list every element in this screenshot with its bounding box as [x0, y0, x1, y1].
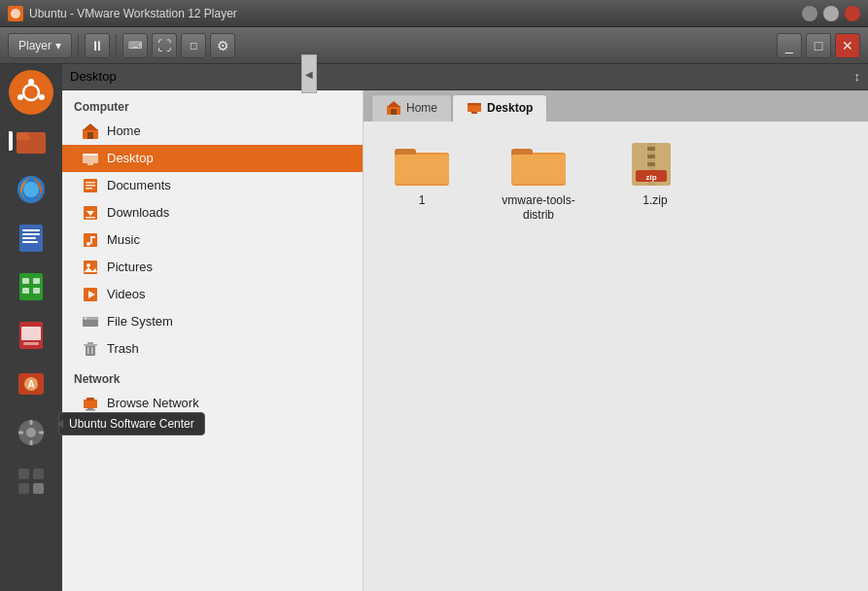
file-item-folder-1[interactable]: 1 [383, 141, 461, 209]
sidebar-item-music[interactable]: Music [62, 226, 363, 254]
player-menu-button[interactable]: Player ▾ [8, 33, 72, 58]
svg-point-10 [23, 182, 39, 197]
svg-rect-73 [391, 109, 397, 115]
content-wrapper: Computer Home [62, 90, 868, 591]
window-title: Ubuntu - VMware Workstation 12 Player [29, 7, 796, 20]
titlebar: Ubuntu - VMware Workstation 12 Player [0, 0, 868, 27]
svg-rect-42 [83, 154, 98, 156]
svg-rect-87 [647, 155, 655, 158]
close-button[interactable] [845, 6, 860, 21]
sort-icon[interactable]: ↕ [854, 69, 861, 84]
file-area: 1 vmware-tools-distrib [364, 122, 868, 591]
svg-rect-79 [395, 155, 449, 184]
player-dropdown-icon: ▾ [55, 39, 61, 52]
svg-rect-49 [86, 217, 95, 219]
dock-item-writer[interactable] [9, 216, 53, 261]
sidebar-home-label: Home [107, 123, 141, 138]
minimize-button[interactable] [802, 6, 817, 21]
toolbar-minimize-button[interactable]: _ [777, 33, 802, 58]
window-controls [802, 6, 860, 21]
svg-rect-29 [30, 420, 33, 425]
svg-rect-46 [86, 188, 92, 190]
sidebar-item-desktop[interactable]: Desktop [62, 145, 363, 172]
fullscreen-button[interactable]: ⛶ [152, 33, 177, 58]
sidebar-downloads-label: Downloads [107, 205, 169, 220]
sidebar-item-browse-network[interactable]: Browse Network [62, 390, 363, 417]
sidebar-item-pictures[interactable]: Pictures [62, 254, 363, 281]
body-area: A [0, 64, 868, 591]
file-zip-label: 1.zip [642, 193, 667, 209]
sidebar-browse-network-label: Browse Network [107, 396, 199, 410]
svg-rect-35 [18, 483, 29, 494]
svg-rect-64 [87, 342, 93, 344]
svg-point-4 [39, 94, 45, 100]
svg-point-5 [17, 94, 23, 100]
svg-rect-41 [87, 163, 93, 165]
file-item-zip[interactable]: zip 1.zip [616, 141, 694, 209]
pause-button[interactable]: ⏸ [85, 33, 110, 58]
svg-point-61 [85, 317, 87, 319]
svg-rect-68 [87, 398, 94, 400]
svg-rect-16 [19, 273, 43, 300]
svg-rect-53 [90, 236, 95, 238]
svg-rect-17 [22, 278, 29, 284]
svg-rect-45 [86, 185, 95, 187]
dock-item-workspace-switcher[interactable] [9, 459, 53, 504]
desktop-title: Desktop [70, 69, 117, 84]
fm-tabs: Home Desktop [364, 90, 868, 122]
svg-rect-23 [23, 342, 39, 345]
sidebar-computer-header: Computer [62, 90, 363, 118]
svg-rect-15 [22, 241, 38, 243]
svg-rect-86 [647, 147, 655, 151]
sidebar-item-videos[interactable]: Videos [62, 281, 363, 308]
svg-point-3 [28, 79, 34, 85]
maximize-button[interactable] [823, 6, 839, 21]
send-keys-button[interactable]: ⌨ [122, 33, 148, 58]
svg-rect-67 [84, 400, 97, 408]
svg-rect-8 [17, 132, 28, 138]
sidebar-item-filesystem[interactable]: File System [62, 308, 363, 335]
dock-item-files[interactable] [9, 119, 53, 163]
sidebar-collapse-button[interactable]: ◀ [301, 64, 317, 93]
file-vmware-label: vmware-tools-distrib [500, 193, 577, 224]
tab-desktop-label: Desktop [487, 101, 533, 115]
toolbar-close-button[interactable]: ✕ [835, 33, 860, 58]
toolbar-separator-2 [116, 34, 117, 57]
svg-rect-31 [18, 432, 23, 435]
sidebar-item-home[interactable]: Home [62, 118, 363, 145]
toolbar-separator-1 [78, 34, 79, 57]
svg-rect-36 [33, 483, 44, 494]
sidebar-item-downloads[interactable]: Downloads [62, 199, 363, 226]
file-manager: ◀ Home [364, 90, 868, 591]
svg-rect-22 [21, 327, 41, 340]
svg-rect-75 [471, 112, 477, 114]
dock-item-impress[interactable] [9, 313, 53, 358]
svg-rect-18 [33, 278, 40, 284]
dock-item-ubuntu[interactable] [9, 70, 53, 115]
svg-rect-39 [87, 132, 93, 139]
sidebar-trash-label: Trash [107, 341, 139, 356]
svg-rect-12 [22, 229, 40, 231]
settings-button[interactable]: ⚙ [210, 33, 235, 58]
dock-item-firefox[interactable] [9, 167, 53, 212]
svg-point-28 [26, 428, 36, 437]
sidebar-item-documents[interactable]: Documents [62, 172, 363, 199]
sidebar-videos-label: Videos [107, 287, 146, 301]
dock-item-calc[interactable] [9, 264, 53, 309]
file-item-vmware-tools[interactable]: vmware-tools-distrib [500, 141, 577, 224]
svg-text:A: A [27, 379, 34, 390]
vmware-icon [8, 6, 23, 21]
toolbar-restore-button[interactable]: □ [806, 33, 831, 58]
dock-item-software-center[interactable]: A [9, 362, 53, 406]
sidebar-item-trash[interactable]: Trash [62, 335, 363, 363]
tab-desktop[interactable]: Desktop [452, 94, 547, 122]
svg-rect-65 [87, 347, 89, 354]
svg-marker-72 [387, 101, 400, 107]
tab-home[interactable]: Home [371, 94, 452, 122]
svg-rect-88 [647, 162, 655, 166]
svg-rect-30 [30, 440, 33, 445]
file-1-label: 1 [419, 193, 426, 209]
svg-point-0 [11, 9, 20, 18]
unity-button[interactable]: ◻ [181, 33, 206, 58]
dock-item-system-settings[interactable] [9, 410, 53, 455]
